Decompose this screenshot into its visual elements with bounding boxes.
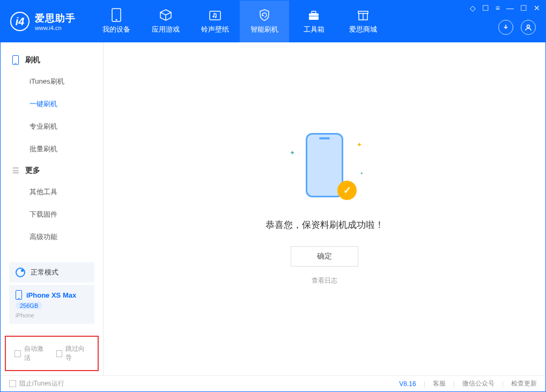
nav-tab-store[interactable]: 爱思商城 (338, 1, 388, 42)
device-name: iPhone XS Max (26, 291, 76, 299)
checkbox-label: 跳过向导 (65, 344, 89, 363)
sidebar-item-itunes-flash[interactable]: iTunes刷机 (1, 70, 103, 93)
nav-label: 爱思商城 (349, 25, 377, 34)
checkbox-box (56, 350, 63, 357)
nav-label: 我的设备 (102, 25, 130, 34)
svg-point-9 (527, 25, 530, 28)
device-panel: 正常模式 iPhone XS Max 256GB iPhone (1, 257, 103, 329)
checkbox-label: 自动激活 (24, 344, 48, 363)
device-info-row[interactable]: iPhone XS Max 256GB iPhone (9, 285, 94, 324)
checkbox-box (14, 350, 21, 357)
ok-button[interactable]: 确定 (291, 246, 358, 267)
nav-label: 工具箱 (304, 25, 324, 34)
download-icon[interactable] (498, 20, 513, 35)
shield-refresh-icon (258, 9, 271, 21)
nav-tab-device[interactable]: 我的设备 (92, 1, 141, 42)
check-update-link[interactable]: 检查更新 (511, 379, 537, 388)
nav-tab-apps[interactable]: 应用游戏 (141, 1, 190, 42)
group-label: 刷机 (25, 55, 40, 65)
close-button[interactable]: ✕ (534, 4, 540, 12)
status-bar: 阻止iTunes运行 V8.16 | 客服 | 微信公众号 | 检查更新 (1, 375, 545, 391)
checkbox-skip-guide[interactable]: 跳过向导 (56, 344, 90, 363)
device-mode-row[interactable]: 正常模式 (9, 262, 94, 283)
mode-icon (16, 268, 25, 277)
customer-service-link[interactable]: 客服 (433, 379, 446, 388)
toolbox-icon (307, 9, 320, 21)
logo-area: i4 爱思助手 www.i4.cn (10, 12, 76, 31)
device-name-row: iPhone XS Max (16, 290, 88, 300)
device-mode: 正常模式 (31, 268, 58, 277)
sidebar-item-advanced[interactable]: 高级功能 (1, 226, 103, 248)
app-url: www.i4.cn (35, 25, 76, 31)
sidebar-group-flash: 刷机 (1, 50, 103, 70)
svg-rect-5 (309, 13, 319, 20)
sparkle-icon: ✦ (357, 141, 362, 149)
nav-tab-ringtone[interactable]: 铃声壁纸 (190, 1, 240, 42)
nav-tabs: 我的设备 应用游戏 铃声壁纸 智能刷机 工具箱 爱思商城 (92, 1, 388, 42)
main-content: ✓ ✦ ✦ ✦ 恭喜您，保资料刷机成功啦！ 确定 查看日志 (104, 42, 545, 375)
sparkle-icon: ✦ (290, 149, 295, 157)
checkbox-box (9, 380, 16, 387)
wechat-link[interactable]: 微信公众号 (462, 379, 495, 388)
store-icon (357, 9, 370, 21)
list-icon: ☰ (11, 166, 20, 175)
nav-label: 铃声壁纸 (201, 25, 229, 34)
divider: | (453, 380, 455, 388)
nav-tab-toolbox[interactable]: 工具箱 (289, 1, 338, 42)
sidebar: 刷机 iTunes刷机 一键刷机 专业刷机 批量刷机 ☰ 更多 其他工具 下载固… (1, 42, 104, 375)
music-folder-icon (209, 9, 222, 21)
success-illustration: ✓ ✦ ✦ ✦ (295, 133, 354, 203)
cube-icon (159, 9, 172, 21)
svg-rect-2 (210, 11, 220, 20)
svg-point-4 (215, 17, 217, 18)
app-body: 刷机 iTunes刷机 一键刷机 专业刷机 批量刷机 ☰ 更多 其他工具 下载固… (1, 42, 545, 375)
sidebar-item-download-firmware[interactable]: 下载固件 (1, 203, 103, 226)
svg-point-1 (116, 19, 117, 21)
sidebar-nav: 刷机 iTunes刷机 一键刷机 专业刷机 批量刷机 ☰ 更多 其他工具 下载固… (1, 42, 103, 257)
sidebar-item-batch-flash[interactable]: 批量刷机 (1, 138, 103, 160)
shirt-icon[interactable]: ◇ (470, 4, 476, 12)
window-controls: ◇ ☐ ≡ — ☐ ✕ (470, 4, 540, 12)
sidebar-group-more: ☰ 更多 (1, 160, 103, 181)
group-label: 更多 (25, 166, 40, 175)
header-right-icons (498, 20, 536, 35)
phone-outline-icon (16, 290, 22, 300)
logo-text: 爱思助手 www.i4.cn (35, 12, 76, 31)
footer-right: V8.16 | 客服 | 微信公众号 | 检查更新 (399, 379, 537, 388)
sidebar-item-pro-flash[interactable]: 专业刷机 (1, 115, 103, 138)
minimize-button[interactable]: — (506, 4, 514, 12)
divider: | (502, 380, 504, 388)
sidebar-item-oneclick-flash[interactable]: 一键刷机 (1, 93, 103, 115)
checkbox-auto-activate[interactable]: 自动激活 (14, 344, 48, 363)
check-badge-icon: ✓ (337, 181, 357, 200)
sidebar-item-other-tools[interactable]: 其他工具 (1, 181, 103, 203)
device-capacity: 256GB (16, 302, 42, 309)
app-name: 爱思助手 (35, 12, 76, 25)
phone-icon (110, 9, 123, 21)
divider: | (424, 380, 425, 388)
success-message: 恭喜您，保资料刷机成功啦！ (265, 219, 384, 231)
lock-icon[interactable]: ☐ (482, 4, 489, 12)
nav-label: 智能刷机 (250, 25, 278, 34)
view-log-link[interactable]: 查看日志 (312, 276, 337, 285)
checkbox-block-itunes[interactable]: 阻止iTunes运行 (9, 379, 64, 388)
device-type: iPhone (16, 312, 88, 319)
svg-rect-6 (312, 11, 316, 13)
maximize-button[interactable]: ☐ (520, 4, 527, 12)
checkbox-label: 阻止iTunes运行 (19, 379, 64, 388)
app-header: i4 爱思助手 www.i4.cn 我的设备 应用游戏 铃声壁纸 智能刷机 工具… (1, 1, 545, 42)
sparkle-icon: ✦ (360, 171, 364, 176)
user-icon[interactable] (521, 20, 536, 35)
nav-tab-flash[interactable]: 智能刷机 (240, 1, 289, 42)
version-label: V8.16 (399, 380, 416, 388)
svg-point-3 (213, 16, 215, 18)
footer-left: 阻止iTunes运行 (9, 379, 64, 388)
checkbox-highlight-row: 自动激活 跳过向导 (5, 336, 99, 371)
phone-outline-icon (11, 56, 20, 64)
menu-icon[interactable]: ≡ (496, 4, 500, 12)
nav-label: 应用游戏 (152, 25, 180, 34)
logo-icon: i4 (10, 12, 29, 31)
